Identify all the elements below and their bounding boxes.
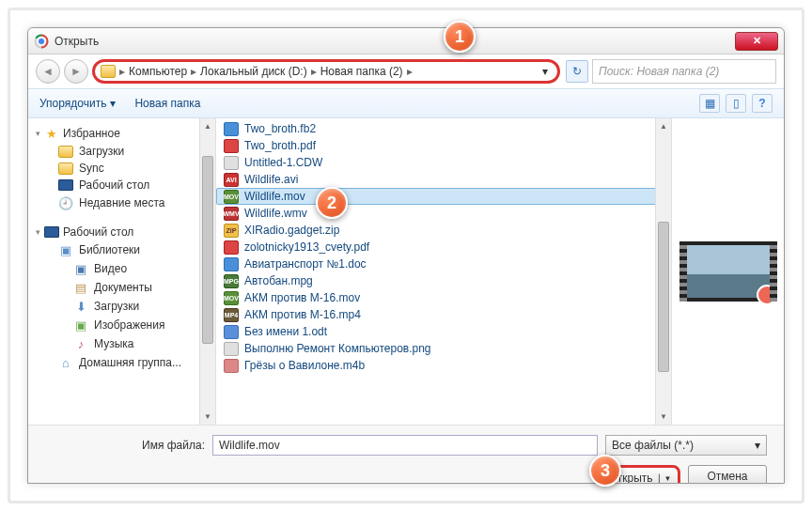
organize-menu[interactable]: Упорядочить▾ <box>39 97 116 110</box>
file-icon <box>224 359 239 373</box>
split-arrow-icon: ▏▼ <box>659 474 672 483</box>
file-icon: MOV <box>224 190 239 204</box>
sidebar-item-libraries[interactable]: ▣Библиотеки <box>32 240 211 259</box>
svg-point-1 <box>39 39 44 44</box>
file-item[interactable]: MPGАвтобан.mpg <box>216 272 671 289</box>
refresh-button[interactable]: ↻ <box>566 60 588 83</box>
download-icon: ⬇ <box>73 299 88 314</box>
sidebar-item-homegroup[interactable]: ⌂Домашняя группа... <box>32 353 211 372</box>
preview-pane-button[interactable]: ▯ <box>726 94 746 113</box>
doc-icon: ▤ <box>73 280 88 295</box>
music-icon: ♪ <box>73 336 88 351</box>
chevron-right-icon: ▸ <box>117 65 127 78</box>
favorites-header[interactable]: ▾★Избранное <box>32 124 211 143</box>
file-item[interactable]: Грёзы о Вавилоне.m4b <box>216 357 671 374</box>
desktop-header[interactable]: ▾Рабочий стол <box>32 224 211 240</box>
chevron-right-icon: ▸ <box>309 65 319 78</box>
file-icon <box>224 342 239 356</box>
chevron-down-icon: ▾ <box>755 439 760 452</box>
homegroup-icon: ⌂ <box>58 355 73 370</box>
desktop-icon <box>58 179 73 191</box>
chevron-down-icon: ▾ <box>36 227 40 237</box>
footer: Имя файла: Все файлы (*.*)▾ Открыть▏▼ От… <box>28 425 784 484</box>
file-list[interactable]: Two_broth.fb2Two_broth.pdfUntitled-1.CDW… <box>216 118 671 425</box>
file-item[interactable]: AVIWildlife.avi <box>216 171 671 188</box>
breadcrumb-computer[interactable]: Компьютер <box>129 65 187 78</box>
file-type-dropdown[interactable]: Все файлы (*.*)▾ <box>605 435 767 456</box>
help-button[interactable]: ? <box>752 94 773 113</box>
file-name: Wildlife.avi <box>244 173 298 186</box>
file-icon: AVI <box>224 173 239 187</box>
open-file-dialog: Открыть ✕ ◄ ► ▸ Компьютер ▸ Локальный ди… <box>27 27 785 484</box>
scroll-thumb[interactable] <box>202 156 213 344</box>
search-input[interactable]: Поиск: Новая папка (2) <box>592 59 776 84</box>
breadcrumb-folder[interactable]: Новая папка (2) <box>320 65 403 78</box>
filename-label: Имя файла: <box>45 439 205 452</box>
chevron-down-icon: ▾ <box>36 129 40 138</box>
file-name: Грёзы о Вавилоне.m4b <box>244 359 365 372</box>
file-item[interactable]: MOVАКМ против М-16.mov <box>216 289 671 306</box>
chevron-right-icon: ▸ <box>405 65 414 78</box>
file-icon <box>224 156 239 170</box>
view-mode-button[interactable]: ▦ <box>699 94 720 113</box>
cancel-button[interactable]: Отмена <box>688 465 767 484</box>
file-item[interactable]: Untitled-1.CDW <box>216 154 671 171</box>
filename-input[interactable] <box>212 435 598 456</box>
toolbar: Упорядочить▾ Новая папка ▦ ▯ ? <box>28 88 784 118</box>
sidebar-scrollbar[interactable]: ▲ ▼ <box>199 118 215 425</box>
file-name: Two_broth.pdf <box>244 139 316 152</box>
file-item[interactable]: Выполню Ремонт Компьютеров.png <box>216 340 671 357</box>
back-button[interactable]: ◄ <box>36 59 60 84</box>
sidebar-item-sync[interactable]: Sync <box>32 160 211 177</box>
sidebar-item-recent[interactable]: 🕘Недавние места <box>32 194 211 212</box>
file-item[interactable]: Two_broth.pdf <box>216 137 671 154</box>
file-item[interactable]: Без имени 1.odt <box>216 323 671 340</box>
sidebar-item-video[interactable]: ▣Видео <box>32 259 211 278</box>
file-name: Untitled-1.CDW <box>244 156 322 169</box>
scroll-up-icon[interactable]: ▲ <box>200 118 215 134</box>
nav-row: ◄ ► ▸ Компьютер ▸ Локальный диск (D:) ▸ … <box>28 54 784 88</box>
sidebar-item-desktop[interactable]: Рабочий стол <box>32 177 211 194</box>
chevron-down-icon[interactable]: ▾ <box>539 65 552 78</box>
filelist-scrollbar[interactable]: ▲ ▼ <box>655 118 671 425</box>
file-name: zolotnicky1913_cvety.pdf <box>244 240 369 254</box>
callout-2: 2 <box>316 187 348 219</box>
scroll-thumb[interactable] <box>658 222 669 372</box>
sidebar-item-music[interactable]: ♪Музыка <box>32 334 211 353</box>
file-item[interactable]: WMVWildlife.wmv <box>216 205 671 222</box>
scroll-down-icon[interactable]: ▼ <box>656 409 671 425</box>
new-folder-button[interactable]: Новая папка <box>134 97 200 110</box>
navigation-pane: ▾★Избранное Загрузки Sync Рабочий стол 🕘… <box>28 118 216 425</box>
file-item[interactable]: Авиатранспорт №1.doc <box>216 256 671 272</box>
folder-icon <box>58 163 73 175</box>
address-bar[interactable]: ▸ Компьютер ▸ Локальный диск (D:) ▸ Нова… <box>92 59 560 84</box>
breadcrumb-drive[interactable]: Локальный диск (D:) <box>200 65 307 78</box>
window-title: Открыть <box>55 35 735 48</box>
file-item[interactable]: zolotnicky1913_cvety.pdf <box>216 239 671 256</box>
sidebar-item-downloads[interactable]: ⬇Загрузки <box>32 297 211 316</box>
recent-icon: 🕘 <box>58 195 73 210</box>
desktop-icon <box>44 226 59 238</box>
scroll-up-icon[interactable]: ▲ <box>656 118 671 134</box>
file-name: Авиатранспорт №1.doc <box>244 257 367 271</box>
video-icon: ▣ <box>73 261 88 276</box>
file-icon <box>224 257 239 271</box>
star-icon: ★ <box>44 126 59 141</box>
file-icon <box>224 325 239 339</box>
forward-button[interactable]: ► <box>64 59 88 84</box>
view-controls: ▦ ▯ ? <box>699 94 773 113</box>
file-item[interactable]: MP4АКМ против М-16.mp4 <box>216 306 671 323</box>
file-item[interactable]: MOVWildlife.mov <box>216 188 671 205</box>
sidebar-item-docs[interactable]: ▤Документы <box>32 278 211 297</box>
file-name: Автобан.mpg <box>244 274 313 287</box>
file-icon: WMV <box>224 207 239 221</box>
sidebar-item-downloads[interactable]: Загрузки <box>32 143 211 160</box>
file-item[interactable]: ZIPXIRadio.gadget.zip <box>216 222 671 239</box>
preview-pane <box>671 118 784 425</box>
scroll-down-icon[interactable]: ▼ <box>200 409 215 425</box>
file-name: Без имени 1.odt <box>244 325 327 338</box>
close-button[interactable]: ✕ <box>735 32 778 51</box>
sidebar-item-images[interactable]: ▣Изображения <box>32 316 211 334</box>
file-item[interactable]: Two_broth.fb2 <box>216 120 671 137</box>
video-thumbnail <box>683 241 773 302</box>
